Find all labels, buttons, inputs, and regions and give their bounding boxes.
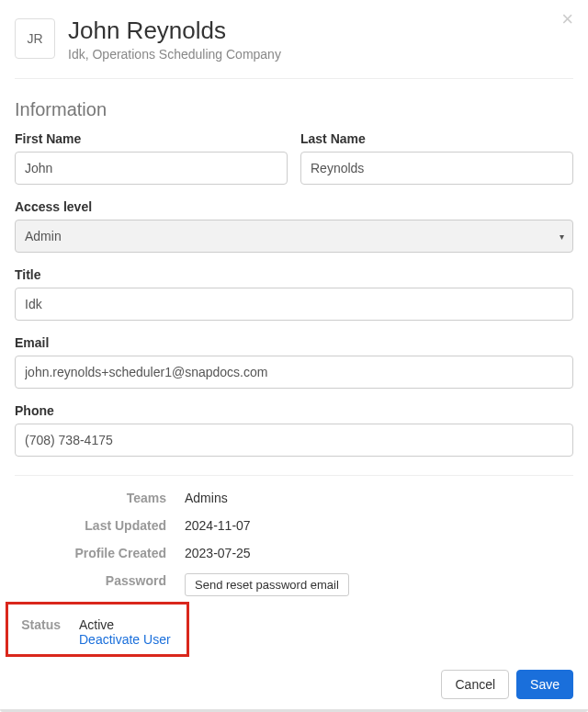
email-label: Email <box>15 335 573 350</box>
deactivate-user-link[interactable]: Deactivate User <box>79 632 171 647</box>
user-name: John Reynolds <box>68 17 281 45</box>
profile-created-value: 2023-07-25 <box>185 546 573 560</box>
teams-value: Admins <box>185 491 573 505</box>
close-icon: × <box>561 7 573 30</box>
save-button[interactable]: Save <box>516 670 573 699</box>
divider <box>15 475 573 476</box>
status-value: Active <box>79 617 177 632</box>
title-input[interactable] <box>15 288 573 321</box>
section-title: Information <box>15 99 573 120</box>
phone-label: Phone <box>15 403 573 418</box>
email-input[interactable] <box>15 356 573 389</box>
avatar: JR <box>15 18 55 59</box>
teams-label: Teams <box>15 491 166 505</box>
password-label: Password <box>15 573 166 588</box>
first-name-input[interactable] <box>15 152 288 185</box>
cancel-button[interactable]: Cancel <box>441 670 509 699</box>
last-updated-value: 2024-11-07 <box>185 518 573 533</box>
user-edit-modal: × JR John Reynolds Idk, Operations Sched… <box>0 0 588 712</box>
last-name-label: Last Name <box>300 131 573 146</box>
meta-grid: Teams Admins Last Updated 2024-11-07 Pro… <box>15 491 573 657</box>
modal-header: JR John Reynolds Idk, Operations Schedul… <box>15 15 573 79</box>
user-subtitle: Idk, Operations Scheduling Company <box>68 47 281 62</box>
first-name-label: First Name <box>15 131 288 146</box>
access-level-label: Access level <box>15 199 573 214</box>
header-text: John Reynolds Idk, Operations Scheduling… <box>68 15 281 62</box>
status-label: Status <box>17 617 61 632</box>
reset-password-button[interactable]: Send reset password email <box>185 573 349 596</box>
modal-footer: Cancel Save <box>441 670 573 699</box>
phone-input[interactable] <box>15 424 573 457</box>
title-label: Title <box>15 267 573 282</box>
last-updated-label: Last Updated <box>15 518 166 533</box>
last-name-input[interactable] <box>300 152 573 185</box>
close-button[interactable]: × <box>561 9 573 29</box>
access-level-select[interactable]: Admin <box>15 220 573 253</box>
profile-created-label: Profile Created <box>15 546 166 560</box>
status-highlight: Status Active Deactivate User <box>6 602 189 657</box>
